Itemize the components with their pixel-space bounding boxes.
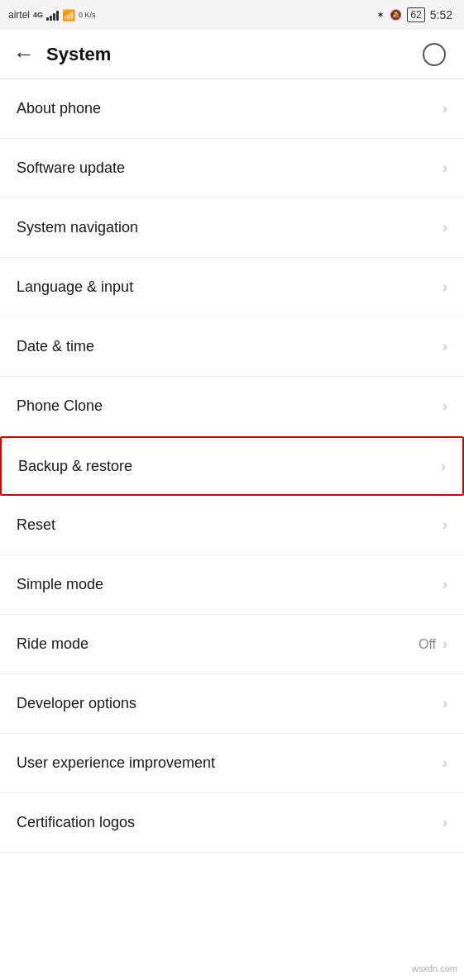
search-icon [423, 43, 446, 66]
bar4 [56, 11, 59, 21]
wifi-icon: 📶 [62, 9, 75, 21]
menu-item-right-date-time: › [442, 338, 447, 355]
menu-item-developer-options[interactable]: Developer options› [0, 674, 464, 734]
chevron-icon-reset: › [442, 516, 447, 534]
menu-item-right-simple-mode: › [442, 576, 447, 593]
menu-item-software-update[interactable]: Software update› [0, 139, 464, 198]
menu-item-label-system-navigation: System navigation [17, 219, 138, 236]
menu-item-simple-mode[interactable]: Simple mode› [0, 555, 464, 615]
menu-item-user-experience[interactable]: User experience improvement› [0, 734, 464, 793]
data-speed: 0 K/s [79, 11, 96, 20]
menu-item-right-reset: › [442, 516, 447, 534]
battery-indicator: 62 [407, 7, 424, 22]
menu-item-label-developer-options: Developer options [17, 695, 136, 712]
menu-item-right-phone-clone: › [442, 397, 447, 415]
menu-item-label-language-input: Language & input [17, 278, 133, 296]
menu-item-label-phone-clone: Phone Clone [17, 397, 103, 415]
carrier-label: airtel [8, 9, 30, 21]
status-left: airtel 4G 📶 0 K/s [8, 9, 96, 21]
chevron-icon-phone-clone: › [442, 397, 447, 415]
menu-item-label-date-time: Date & time [17, 338, 94, 355]
header: ← System [0, 30, 464, 79]
chevron-icon-system-navigation: › [442, 219, 447, 236]
chevron-icon-about-phone: › [442, 100, 447, 117]
bar3 [53, 13, 55, 21]
menu-item-reset[interactable]: Reset› [0, 496, 464, 555]
page-title: System [46, 44, 418, 65]
chevron-icon-certification-logos: › [442, 814, 447, 831]
menu-item-label-reset: Reset [17, 516, 55, 534]
menu-item-right-system-navigation: › [442, 219, 447, 236]
chevron-icon-date-time: › [442, 338, 447, 355]
chevron-icon-developer-options: › [442, 695, 447, 712]
bluetooth-icon: ✶ [376, 9, 385, 21]
menu-item-right-certification-logos: › [442, 814, 447, 831]
chevron-icon-simple-mode: › [442, 576, 447, 593]
back-button[interactable]: ← [13, 41, 35, 67]
menu-item-label-certification-logos: Certification logos [17, 814, 135, 831]
menu-item-ride-mode[interactable]: Ride modeOff› [0, 615, 464, 674]
menu-item-phone-clone[interactable]: Phone Clone› [0, 377, 464, 436]
network-type: 4G [33, 11, 43, 19]
menu-item-date-time[interactable]: Date & time› [0, 317, 464, 377]
menu-item-right-software-update: › [442, 159, 447, 177]
menu-item-value-ride-mode: Off [419, 637, 436, 652]
chevron-icon-ride-mode: › [442, 635, 447, 653]
bar2 [50, 16, 52, 21]
status-bar: airtel 4G 📶 0 K/s ✶ 🔕 62 5:52 [0, 0, 464, 30]
time-label: 5:52 [430, 8, 452, 21]
menu-item-right-developer-options: › [442, 695, 447, 712]
chevron-icon-language-input: › [442, 278, 447, 296]
menu-item-label-about-phone: About phone [17, 100, 101, 117]
menu-item-right-backup-restore: › [441, 458, 446, 475]
menu-item-label-software-update: Software update [17, 159, 125, 177]
menu-item-label-backup-restore: Backup & restore [18, 458, 132, 475]
menu-item-about-phone[interactable]: About phone› [0, 79, 464, 139]
menu-list: About phone›Software update›System navig… [0, 79, 464, 853]
chevron-icon-user-experience: › [442, 754, 447, 772]
menu-item-backup-restore[interactable]: Backup & restore› [0, 436, 464, 496]
menu-item-label-simple-mode: Simple mode [17, 576, 103, 593]
menu-item-right-user-experience: › [442, 754, 447, 772]
menu-item-right-ride-mode: Off› [419, 635, 447, 653]
menu-item-certification-logos[interactable]: Certification logos› [0, 793, 464, 853]
menu-item-right-about-phone: › [442, 100, 447, 117]
mute-icon: 🔕 [390, 9, 402, 21]
watermark: wsxdn.com [412, 963, 457, 973]
chevron-icon-software-update: › [442, 159, 447, 177]
menu-item-right-language-input: › [442, 278, 447, 296]
menu-item-system-navigation[interactable]: System navigation› [0, 198, 464, 258]
status-right: ✶ 🔕 62 5:52 [376, 7, 452, 22]
signal-bars [46, 9, 59, 21]
menu-item-label-ride-mode: Ride mode [17, 635, 88, 653]
menu-item-language-input[interactable]: Language & input› [0, 258, 464, 317]
chevron-icon-backup-restore: › [441, 458, 446, 475]
menu-item-label-user-experience: User experience improvement [17, 754, 215, 772]
search-button[interactable] [418, 38, 451, 71]
bar1 [46, 17, 49, 21]
